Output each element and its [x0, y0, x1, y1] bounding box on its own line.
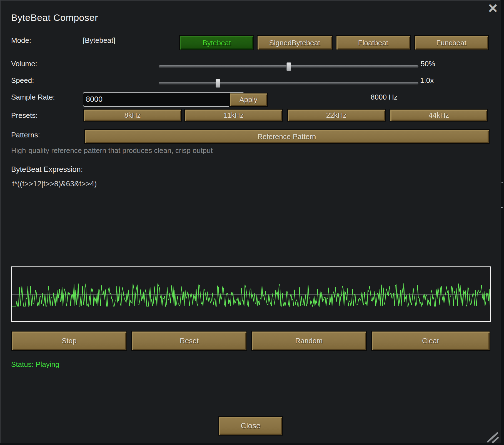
- resize-handle-icon[interactable]: [487, 431, 499, 443]
- mode-value: [Bytebeat]: [83, 36, 115, 45]
- speed-slider-handle[interactable]: [216, 79, 220, 88]
- speed-label: Speed:: [11, 76, 34, 85]
- preset-22khz-button[interactable]: 22kHz: [287, 109, 386, 122]
- sample-rate-display: 8000 Hz: [371, 93, 398, 102]
- speed-value: 1.0x: [420, 76, 434, 85]
- clear-button[interactable]: Clear: [371, 331, 490, 351]
- presets-label: Presets:: [11, 111, 38, 120]
- preset-8khz-button[interactable]: 8kHz: [83, 109, 182, 122]
- window-title: ByteBeat Composer: [11, 12, 98, 23]
- window-edge-dot: [501, 207, 503, 208]
- mode-floatbeat-button[interactable]: Floatbeat: [336, 35, 411, 50]
- sample-rate-label: Sample Rate:: [11, 93, 55, 102]
- mode-funcbeat-button[interactable]: Funcbeat: [414, 35, 489, 50]
- reset-button[interactable]: Reset: [131, 331, 247, 351]
- status-text: Status: Playing: [11, 360, 59, 369]
- close-button[interactable]: Close: [218, 416, 283, 436]
- waveform-display: [11, 266, 491, 322]
- waveform-trace: [12, 283, 490, 306]
- volume-slider[interactable]: [159, 65, 418, 68]
- speed-slider[interactable]: [159, 82, 418, 85]
- mode-signedbytebeat-button[interactable]: SignedBytebeat: [257, 35, 333, 50]
- sample-rate-input[interactable]: [83, 92, 244, 107]
- expression-text: t*((t>>12|t>>8)&63&t>>4): [12, 180, 97, 188]
- volume-label: Volume:: [11, 60, 37, 68]
- patterns-label: Patterns:: [11, 131, 40, 139]
- apply-button[interactable]: Apply: [229, 93, 268, 107]
- pattern-description: High-quality reference pattern that prod…: [11, 146, 213, 155]
- bytebeat-composer-window: ByteBeat Composer ✕ Mode: [Bytebeat] Byt…: [0, 0, 500, 443]
- preset-44khz-button[interactable]: 44kHz: [390, 109, 488, 122]
- expression-label: ByteBeat Expression:: [11, 165, 83, 174]
- mode-label: Mode:: [11, 36, 31, 45]
- window-edge-dot: [501, 182, 503, 183]
- mode-bytebeat-button[interactable]: Bytebeat: [179, 35, 254, 50]
- volume-slider-handle[interactable]: [286, 62, 291, 71]
- random-button[interactable]: Random: [251, 331, 367, 351]
- volume-value: 50%: [421, 60, 435, 68]
- stop-button[interactable]: Stop: [11, 331, 127, 351]
- reference-pattern-button[interactable]: Reference Pattern: [84, 129, 490, 144]
- close-icon[interactable]: ✕: [486, 1, 500, 16]
- waveform-svg: [12, 267, 490, 321]
- preset-11khz-button[interactable]: 11kHz: [184, 109, 283, 122]
